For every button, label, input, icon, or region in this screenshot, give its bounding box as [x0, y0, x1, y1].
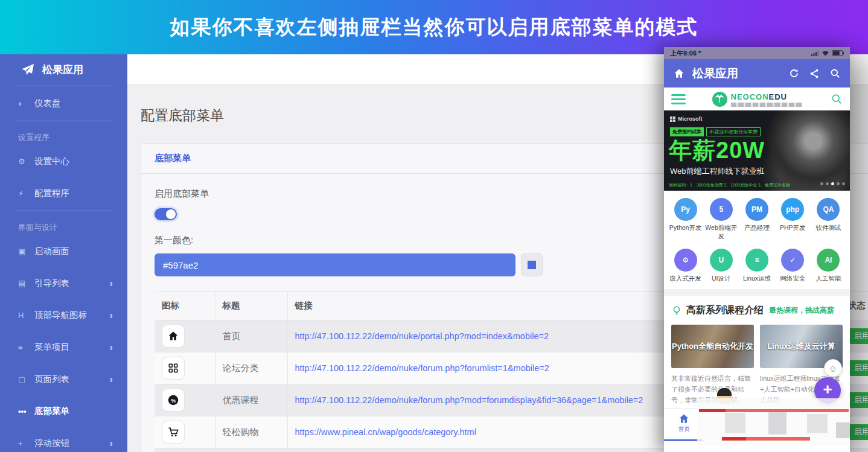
brand-tagline [731, 103, 802, 107]
sidebar-item-splash-screen[interactable]: ▣ 启动画面 [0, 235, 127, 267]
gorilla-photo [753, 110, 850, 191]
sidebar-item-bottom-menu[interactable]: ••• 底部菜单 [0, 395, 127, 427]
category-php[interactable]: php PHP开发 [775, 198, 811, 241]
sidebar-item-floating-button[interactable]: + 浮动按钮 [0, 427, 127, 452]
php-icon: php [781, 198, 804, 221]
ui-icon: U [710, 249, 733, 272]
phone-preview: 上午9:06 * 松果应用 [664, 47, 850, 452]
hero-carousel[interactable]: Microsoft 免费预约试学 不就业不收取任何学费 年薪20W Web前端工… [664, 110, 850, 191]
sidebar-item-label: 底部菜单 [34, 406, 69, 417]
status-badge: 启用 [848, 328, 868, 344]
home-icon [162, 325, 185, 348]
image-icon: ▣ [18, 247, 34, 256]
sidebar-item-guide-list[interactable]: ▤ 引导列表 [0, 267, 127, 299]
heading-icon: H [18, 311, 34, 320]
chevron-right-icon [109, 278, 113, 290]
promo-banner-text: 如果你不喜欢左侧抽屉栏当然你可以启用底部菜单的模式 [170, 14, 698, 41]
sidebar-divider [14, 211, 113, 211]
battery-icon [832, 50, 844, 56]
gear-icon: ⚙ [674, 249, 697, 272]
menu-title: 轻松购物 [215, 416, 287, 448]
sidebar-logo[interactable]: 松果应用 [0, 54, 127, 84]
brand-text: NEOCONEDU [731, 92, 802, 107]
sidebar-divider [14, 121, 113, 121]
sidebar-item-label: 顶部导航图标 [34, 310, 87, 321]
list-image-icon: ▤ [18, 279, 34, 288]
microsoft-logo: Microsoft [670, 116, 703, 122]
phone-app-title: 松果应用 [692, 66, 738, 81]
promo-banner: 如果你不喜欢左侧抽屉栏当然你可以启用底部菜单的模式 [0, 0, 868, 54]
html5-icon: 5 [710, 198, 733, 221]
tab-home[interactable]: 首页 [670, 413, 698, 433]
pages-icon: ▢ [18, 375, 34, 384]
status-badge: 启用 [848, 392, 868, 408]
sidebar-section-ui-design: 界面与设计 [0, 212, 127, 235]
palm-logo-icon [712, 92, 727, 107]
refresh-icon[interactable] [787, 66, 801, 81]
sidebar-item-label: 配置程序 [34, 188, 69, 199]
sidebar-item-menu-items[interactable]: ≡ 菜单项目 [0, 331, 127, 363]
chevron-right-icon [109, 310, 113, 322]
ellipsis-icon: ••• [18, 407, 34, 416]
carousel-dots[interactable] [820, 182, 845, 185]
hero-fineprint: 限时福利：1、3000元生活费 2、1000元助学金 3、免费试学名额 [669, 182, 790, 188]
sidebar-divider [14, 86, 113, 86]
plug-icon: ⚡ [18, 189, 34, 198]
share-icon[interactable] [807, 66, 822, 81]
sidebar-item-dashboard[interactable]: ◐ 仪表盘 [0, 88, 127, 119]
toggle-knob [166, 209, 176, 219]
site-logo[interactable]: NEOCONEDU [664, 88, 850, 110]
col-header-title: 标题 [215, 291, 287, 320]
chevron-right-icon [109, 438, 113, 450]
svg-text:%: % [171, 398, 176, 404]
menu-title: 个人中心 [215, 448, 287, 452]
status-time: 上午9:06 [670, 49, 697, 58]
sidebar-item-top-nav-icons[interactable]: H 顶部导航图标 [0, 299, 127, 331]
cart-icon [162, 421, 185, 444]
sidebar-item-configure-program[interactable]: ⚡ 配置程序 [0, 177, 127, 209]
category-network-security[interactable]: ✓ 网络安全 [775, 249, 811, 283]
signal-icon [811, 50, 819, 56]
status-badge: 启用 [848, 360, 868, 376]
category-grid: Py Python开发 5 Web前端开发 PM 产品经理 php PHP开发 … [664, 191, 850, 289]
category-ui-design[interactable]: U UI设计 [703, 249, 739, 283]
tab-home-label: 首页 [670, 425, 698, 433]
sidebar-item-label: 设置中心 [34, 156, 69, 167]
sidebar-item-label: 仪表盘 [34, 98, 61, 109]
menu-title: 论坛分类 [215, 352, 287, 384]
category-product-manager[interactable]: PM 产品经理 [739, 198, 774, 241]
color-swatch [528, 261, 536, 269]
category-embedded[interactable]: ⚙ 嵌入式开发 [668, 249, 703, 283]
sidebar: 松果应用 ◐ 仪表盘 设置程序 ⚙ 设置中心 ⚡ 配置程序 界面与设计 ▣ 启动… [0, 54, 127, 452]
course-section-title: 高薪系列课程介绍 [686, 304, 764, 317]
color-swatch-button[interactable] [521, 253, 543, 276]
category-python[interactable]: Py Python开发 [668, 198, 703, 241]
robot-icon: AI [817, 249, 840, 272]
red-stripe [722, 437, 746, 441]
sidebar-item-settings-center[interactable]: ⚙ 设置中心 [0, 145, 127, 177]
category-web-frontend[interactable]: 5 Web前端开发 [703, 198, 739, 241]
menu-list-icon: ≡ [18, 343, 34, 352]
category-linux-ops[interactable]: ≡ Linux运维 [739, 249, 774, 283]
category-ai[interactable]: AI 人工智能 [811, 249, 846, 283]
shield-icon: ✓ [781, 249, 804, 272]
gear-icon: ⚙ [18, 157, 34, 166]
lightbulb-icon [671, 305, 682, 316]
sidebar-item-page-list[interactable]: ▢ 页面列表 [0, 363, 127, 395]
category-software-testing[interactable]: QA 软件测试 [811, 198, 846, 241]
grid-icon [162, 357, 185, 380]
status-badge: 启用 [848, 424, 868, 440]
color-value-input[interactable]: #597ae2 [155, 253, 515, 276]
course-photo: Python全能自动化开发 [671, 325, 754, 368]
course-section-subtitle: 最热课程，挑战高薪 [769, 305, 834, 316]
menu-title: 首页 [215, 320, 287, 352]
red-stripe [699, 409, 726, 412]
home-icon[interactable] [672, 66, 686, 81]
chevron-right-icon [109, 342, 113, 354]
search-icon[interactable] [828, 66, 842, 81]
dashboard-icon: ◐ [18, 99, 34, 108]
course-section-header: 高薪系列课程介绍 最热课程，挑战高薪 [671, 304, 843, 317]
pm-icon: PM [745, 198, 768, 221]
enable-bottom-menu-toggle[interactable] [155, 208, 177, 220]
chat-bubble-button[interactable]: ☺ [824, 359, 842, 377]
